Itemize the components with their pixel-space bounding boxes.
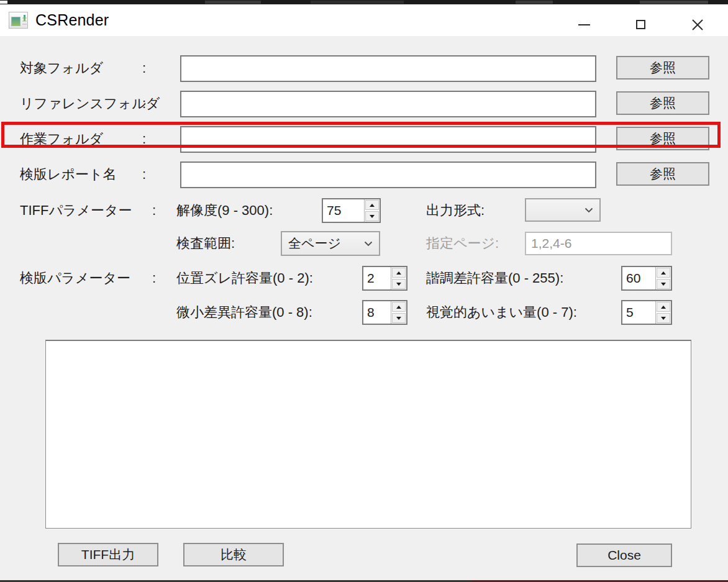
position-tolerance-label: 位置ズレ許容量(0 - 2): [176,269,313,288]
output-format-label: 出力形式: [426,201,485,220]
triangle-down-icon [661,317,666,320]
visual-spin-up-button[interactable] [657,302,670,312]
triangle-up-icon [661,271,666,275]
triangle-down-icon [661,283,666,286]
minor-spin-up-button[interactable] [392,302,406,312]
target-folder-colon: : [142,59,146,78]
triangle-down-icon [396,317,401,320]
visual-ambiguity-label: 視覚的あいまい量(0 - 7): [426,303,577,322]
position-tolerance-spinner [362,266,407,291]
position-spin-down-button[interactable] [392,279,406,289]
log-output-area[interactable] [45,340,691,529]
chevron-down-icon [585,207,593,213]
triangle-up-icon [396,306,401,309]
pages-input[interactable] [525,232,672,255]
inspection-params-label: 検版パラメーター [20,269,130,288]
tiff-output-button[interactable]: TIFF出力 [58,543,158,566]
report-name-colon: : [142,165,146,184]
resolution-spinner-input[interactable] [323,199,364,222]
target-folder-browse-button[interactable]: 参照 [616,56,709,80]
position-tolerance-input[interactable] [363,267,391,289]
title-bar[interactable]: CSRender [0,4,728,36]
visual-ambiguity-spinner [621,300,672,325]
triangle-up-icon [661,306,666,309]
triangle-down-icon [396,283,401,286]
report-name-browse-button[interactable]: 参照 [616,162,709,186]
minimize-icon [578,24,590,25]
output-format-select[interactable] [525,198,601,222]
scan-range-value: 全ページ [288,235,364,252]
minor-spin-down-button[interactable] [392,313,406,323]
maximize-icon [636,20,645,29]
reference-folder-browse-button[interactable]: 参照 [616,91,709,115]
maximize-button[interactable] [619,9,662,40]
window-title: CSRender [35,11,109,30]
work-folder-browse-button[interactable]: 参照 [616,127,709,150]
target-folder-input[interactable] [180,55,596,82]
triangle-down-icon [370,215,375,218]
csrender-window: CSRender 対象フォルダ : 参照 リファレンスフォルダ : 参照 作業フ… [0,0,728,582]
position-spin-up-button[interactable] [392,268,406,278]
resolution-spin-down-button[interactable] [365,211,379,221]
visual-ambiguity-input[interactable] [622,301,655,324]
tone-spin-up-button[interactable] [657,268,670,278]
work-folder-label: 作業フォルダ [20,130,103,148]
close-icon [691,18,704,32]
work-folder-colon: : [142,130,146,148]
background-window-edge [0,0,728,4]
reference-folder-input[interactable] [180,91,596,117]
triangle-up-icon [396,271,401,275]
report-name-input[interactable] [180,161,596,188]
tone-tolerance-input[interactable] [622,267,655,289]
minimize-button[interactable] [562,9,606,40]
tone-tolerance-spinner [621,266,672,291]
resolution-spin-up-button[interactable] [365,200,379,210]
work-folder-input[interactable] [180,126,596,153]
reference-folder-label: リファレンスフォルダ [20,94,160,113]
resolution-label: 解像度(9 - 300): [176,201,273,220]
close-button[interactable]: Close [576,543,672,567]
scan-range-label: 検査範囲: [176,234,235,253]
compare-button[interactable]: 比較 [183,543,284,566]
triangle-up-icon [370,204,375,207]
resolution-spinner [322,198,381,223]
tone-spin-down-button[interactable] [657,279,670,289]
visual-spin-down-button[interactable] [657,313,670,323]
tiff-params-label: TIFFパラメーター [20,201,132,220]
report-name-label: 検版レポート名 [20,165,117,184]
scan-range-select[interactable]: 全ページ [281,231,380,256]
minor-diff-tolerance-label: 微小差異許容量(0 - 8): [176,303,312,322]
reference-folder-colon: : [142,94,146,113]
tone-tolerance-label: 諧調差許容量(0 - 255): [426,269,563,288]
pages-label: 指定ページ: [426,234,499,253]
tiff-params-colon: : [152,201,156,220]
target-folder-label: 対象フォルダ [20,59,103,78]
minor-diff-tolerance-input[interactable] [363,301,391,324]
inspection-params-colon: : [152,269,156,288]
app-icon [9,12,28,29]
minor-diff-tolerance-spinner [362,300,407,325]
close-window-button[interactable] [676,9,719,40]
chevron-down-icon [364,241,373,247]
